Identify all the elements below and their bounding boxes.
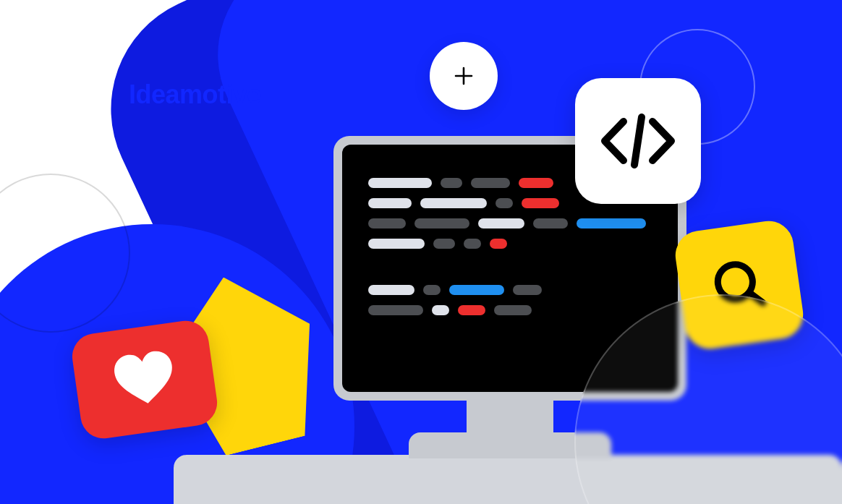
code-token <box>471 178 510 188</box>
hero-illustration: Ideamotive <box>0 0 842 504</box>
code-token <box>519 178 553 188</box>
code-token <box>522 198 559 208</box>
code-token <box>513 285 542 295</box>
brand-logo: Ideamotive <box>129 80 261 110</box>
code-token <box>494 305 532 315</box>
code-token <box>478 218 524 228</box>
code-line <box>368 305 652 315</box>
code-token <box>368 198 412 208</box>
code-token <box>464 239 481 249</box>
heart-icon <box>108 346 182 414</box>
code-token <box>368 218 406 228</box>
code-token <box>577 218 646 228</box>
code-token <box>449 285 504 295</box>
code-line <box>368 218 652 228</box>
plus-icon <box>453 65 475 87</box>
code-token <box>441 178 462 188</box>
code-token <box>432 305 449 315</box>
code-token <box>368 305 423 315</box>
code-token <box>368 239 425 249</box>
plus-badge <box>430 42 498 110</box>
code-token <box>414 218 469 228</box>
code-token <box>433 239 455 249</box>
code-line <box>368 285 652 295</box>
code-token <box>368 285 414 295</box>
code-token <box>423 285 441 295</box>
code-line <box>368 239 652 249</box>
code-card <box>575 78 701 204</box>
code-token <box>368 178 432 188</box>
code-line <box>368 259 652 275</box>
code-token <box>458 305 485 315</box>
code-token <box>490 239 507 249</box>
heart-card <box>69 317 220 441</box>
code-icon <box>598 111 679 171</box>
code-token <box>496 198 513 208</box>
code-token <box>533 218 568 228</box>
code-token <box>420 198 487 208</box>
